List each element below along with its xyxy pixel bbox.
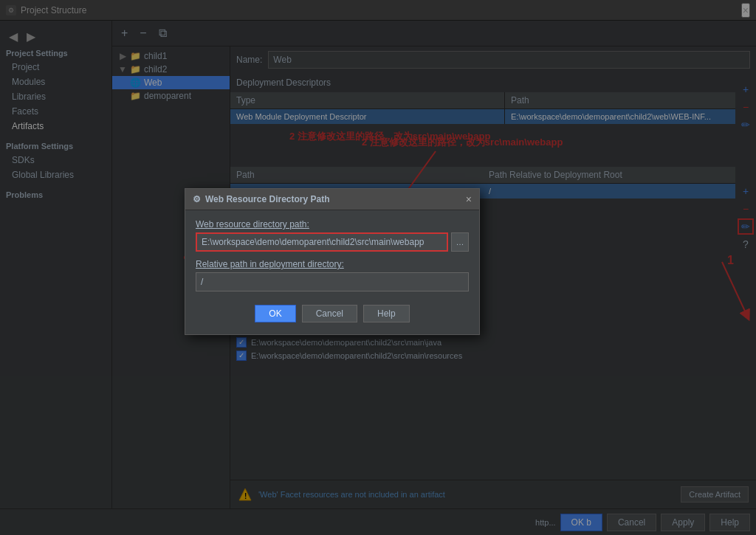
dialog-close-button[interactable]: × [466, 193, 472, 205]
dialog-buttons: OK Cancel Help [196, 299, 469, 325]
relative-input-row [196, 272, 469, 291]
dialog-title-bar: ⚙ Web Resource Directory Path × [185, 189, 479, 210]
web-resource-dialog: ⚙ Web Resource Directory Path × Web reso… [185, 188, 480, 335]
dialog-content: Web resource directory path: … Relative … [185, 210, 479, 334]
dialog-overlay: ⚙ Web Resource Directory Path × Web reso… [0, 0, 756, 535]
path-field-label: Web resource directory path: [196, 219, 469, 229]
dialog-title-text: Web Resource Directory Path [205, 194, 330, 204]
relative-field-label: Relative path in deployment directory: [196, 259, 469, 269]
dialog-ok-button[interactable]: OK [255, 305, 295, 322]
relative-input[interactable] [196, 272, 469, 291]
browse-button[interactable]: … [451, 232, 469, 252]
dialog-title: ⚙ Web Resource Directory Path [193, 194, 330, 204]
path-input-row: … [196, 232, 469, 252]
dialog-title-icon: ⚙ [193, 194, 201, 204]
dialog-cancel-button[interactable]: Cancel [302, 305, 357, 322]
dialog-help-button[interactable]: Help [363, 305, 410, 322]
path-input[interactable] [196, 232, 448, 252]
